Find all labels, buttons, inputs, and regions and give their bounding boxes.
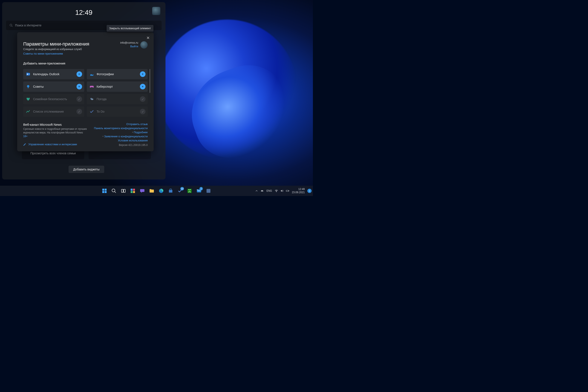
settings-subtitle: Следите за информацией из избранных служ… xyxy=(23,48,89,51)
widget-tile-family-safety[interactable]: Семейная безопасность ✓ xyxy=(23,94,84,104)
check-icon[interactable]: ✓ xyxy=(140,96,146,102)
chat-button[interactable] xyxy=(138,186,146,195)
search-button[interactable] xyxy=(110,186,118,195)
badge: 2 xyxy=(200,187,203,190)
news-feed-description: Срочные новости и подробные репортажи от… xyxy=(23,127,88,138)
xbox-button[interactable] xyxy=(185,186,194,195)
svg-rect-17 xyxy=(122,189,123,192)
taskbar-center: 10 2 xyxy=(100,186,213,195)
tips-link[interactable]: Советы по мини-приложениям xyxy=(23,52,63,55)
svg-line-16 xyxy=(114,192,116,193)
add-icon[interactable]: + xyxy=(140,84,146,90)
todo-taskbar-button[interactable]: 10 xyxy=(176,186,184,195)
battery-icon[interactable] xyxy=(286,189,289,192)
check-icon[interactable]: ✓ xyxy=(140,109,146,114)
add-icon[interactable]: + xyxy=(76,84,82,90)
photos-icon xyxy=(90,72,94,76)
folder-icon xyxy=(149,188,154,194)
store-icon xyxy=(168,188,173,194)
svg-rect-5 xyxy=(28,73,30,76)
pencil-icon xyxy=(23,143,26,146)
svg-rect-19 xyxy=(131,189,132,191)
manage-news-link[interactable]: Управление новостями и интересами xyxy=(23,143,88,146)
close-button[interactable] xyxy=(146,35,151,40)
taskbar-date: 23.09.2021 xyxy=(292,191,305,194)
volume-icon[interactable] xyxy=(280,189,284,192)
app-button[interactable] xyxy=(204,186,213,195)
feedback-link[interactable]: Отправить отзыв xyxy=(94,123,148,126)
wifi-icon[interactable] xyxy=(275,189,278,192)
svg-rect-22 xyxy=(133,191,135,193)
widget-tile-esports[interactable]: Киберспорт + xyxy=(87,82,148,92)
widget-tile-weather[interactable]: Погода ✓ xyxy=(87,94,148,104)
svg-rect-28 xyxy=(286,190,288,191)
start-button[interactable] xyxy=(100,186,109,195)
watchlist-icon xyxy=(26,109,30,114)
widget-tile-watchlist[interactable]: Список отслеживания ✓ xyxy=(23,106,84,117)
svg-rect-21 xyxy=(131,191,132,193)
add-widgets-section-title: Добавить мини-приложения xyxy=(23,62,148,65)
svg-point-7 xyxy=(27,85,30,88)
add-icon[interactable]: + xyxy=(76,71,82,77)
svg-point-15 xyxy=(112,189,115,192)
account-email: info@comss.ru xyxy=(120,41,138,44)
svg-rect-14 xyxy=(105,191,106,193)
file-explorer-button[interactable] xyxy=(148,186,156,195)
svg-rect-24 xyxy=(188,189,192,193)
weather-icon xyxy=(90,97,94,102)
more-link[interactable]: Подробнее xyxy=(94,131,148,134)
task-view-icon xyxy=(121,188,126,194)
chevron-up-icon[interactable] xyxy=(255,189,258,192)
tile-label: Список отслеживания xyxy=(33,110,74,113)
user-avatar[interactable] xyxy=(152,7,160,15)
svg-rect-18 xyxy=(124,189,125,192)
tile-label: Погода xyxy=(97,97,138,101)
tiles-scrollbar[interactable] xyxy=(150,69,150,93)
gamepad-icon xyxy=(90,84,94,89)
widget-tile-todo[interactable]: To Do ✓ xyxy=(87,106,148,117)
app-icon xyxy=(206,188,211,194)
clock-date[interactable]: 12:49 23.09.2021 xyxy=(292,188,305,194)
widgets-button[interactable] xyxy=(128,186,137,195)
svg-rect-12 xyxy=(105,189,106,191)
svg-rect-20 xyxy=(133,189,135,191)
widget-tile-photos[interactable]: Фотографии + xyxy=(87,69,148,79)
close-tooltip: Закрыть всплывающий элемент xyxy=(106,25,154,32)
terms-link[interactable]: Условия использования xyxy=(94,139,148,142)
task-view-button[interactable] xyxy=(119,186,128,195)
notification-badge[interactable]: 1 xyxy=(307,189,312,193)
tile-label: Календарь Outlook xyxy=(33,72,74,76)
account-avatar[interactable] xyxy=(140,41,148,48)
tile-label: Фотографии xyxy=(97,72,138,76)
edge-button[interactable] xyxy=(157,186,166,195)
check-icon[interactable]: ✓ xyxy=(76,96,82,102)
language-indicator[interactable]: ENG xyxy=(266,189,272,192)
widget-tiles-grid: Календарь Outlook + Фотографии + Советы … xyxy=(23,69,148,117)
tile-label: Семейная безопасность xyxy=(33,97,74,101)
svg-line-1 xyxy=(12,26,12,27)
mail-button[interactable]: 2 xyxy=(195,186,203,195)
widgets-panel: 12:49 Поиск в Интернете Просмотреть всех… xyxy=(2,2,166,180)
account-block: info@comss.ru Выйти xyxy=(120,41,148,48)
chat-icon xyxy=(140,188,145,194)
widget-tile-tips[interactable]: Советы + xyxy=(23,82,84,92)
tile-label: To Do xyxy=(97,110,138,113)
tile-label: Советы xyxy=(33,85,74,88)
check-icon[interactable]: ✓ xyxy=(76,109,82,114)
version-label: Версия 421.20019.195.0 xyxy=(94,144,148,146)
age-rating-link[interactable]: 18+ xyxy=(23,135,28,138)
widget-tile-outlook-calendar[interactable]: Календарь Outlook + xyxy=(23,69,84,79)
onedrive-icon[interactable] xyxy=(260,189,264,192)
add-icon[interactable]: + xyxy=(140,71,146,77)
taskbar: 10 2 ENG 12:49 23.09.2021 1 xyxy=(0,186,313,196)
search-icon xyxy=(111,188,116,194)
logout-link[interactable]: Выйти xyxy=(130,45,138,48)
add-widgets-button[interactable]: Добавить виджеты xyxy=(68,166,104,173)
svg-rect-8 xyxy=(28,88,28,88)
widget-settings-dialog: Параметры мини-приложения Следите за инф… xyxy=(17,32,154,151)
svg-point-0 xyxy=(10,24,12,26)
privacy-dashboard-link[interactable]: Панель мониторинга конфиденциальности xyxy=(94,127,148,130)
store-button[interactable] xyxy=(166,186,175,195)
close-icon xyxy=(147,36,149,39)
privacy-statement-link[interactable]: Заявление о конфиденциальности xyxy=(94,135,148,138)
